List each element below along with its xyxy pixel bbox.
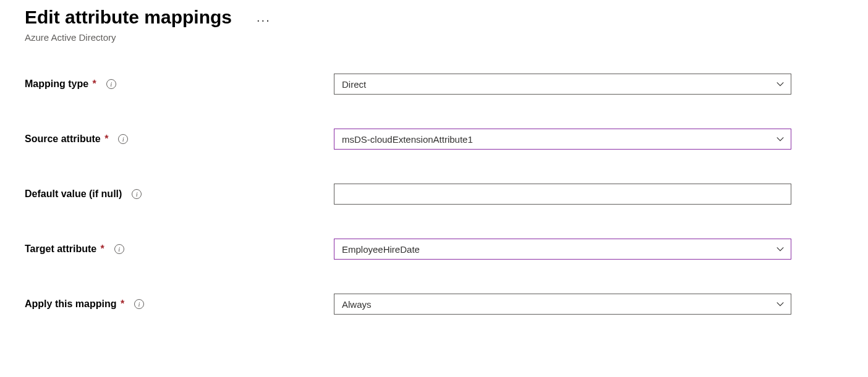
- source-attribute-value: msDS-cloudExtensionAttribute1: [342, 134, 473, 145]
- mapping-type-value: Direct: [342, 79, 366, 90]
- chevron-down-icon: [776, 135, 785, 143]
- chevron-down-icon: [776, 300, 785, 308]
- more-actions-button[interactable]: ···: [257, 14, 271, 26]
- page-subtitle: Azure Active Directory: [25, 32, 232, 43]
- default-value-input[interactable]: [334, 184, 791, 205]
- info-icon[interactable]: i: [106, 79, 116, 89]
- apply-mapping-select[interactable]: Always: [334, 294, 791, 315]
- info-icon[interactable]: i: [134, 299, 144, 309]
- required-indicator: *: [93, 78, 96, 89]
- info-icon[interactable]: i: [114, 244, 124, 254]
- info-icon[interactable]: i: [118, 134, 128, 144]
- default-value-label: Default value (if null): [25, 188, 122, 199]
- mapping-type-label: Mapping type: [25, 78, 88, 89]
- target-attribute-label: Target attribute: [25, 244, 96, 254]
- target-attribute-value: EmployeeHireDate: [342, 244, 420, 255]
- info-icon[interactable]: i: [132, 189, 142, 199]
- page-title: Edit attribute mappings: [25, 6, 232, 28]
- apply-mapping-value: Always: [342, 299, 372, 310]
- required-indicator: *: [121, 299, 124, 309]
- mapping-type-select[interactable]: Direct: [334, 74, 791, 95]
- required-indicator: *: [104, 133, 108, 144]
- chevron-down-icon: [776, 245, 785, 253]
- target-attribute-select[interactable]: EmployeeHireDate: [334, 239, 791, 260]
- apply-mapping-label: Apply this mapping: [25, 299, 116, 309]
- source-attribute-label: Source attribute: [25, 133, 101, 144]
- chevron-down-icon: [776, 80, 785, 88]
- required-indicator: *: [101, 244, 104, 254]
- source-attribute-select[interactable]: msDS-cloudExtensionAttribute1: [334, 129, 791, 150]
